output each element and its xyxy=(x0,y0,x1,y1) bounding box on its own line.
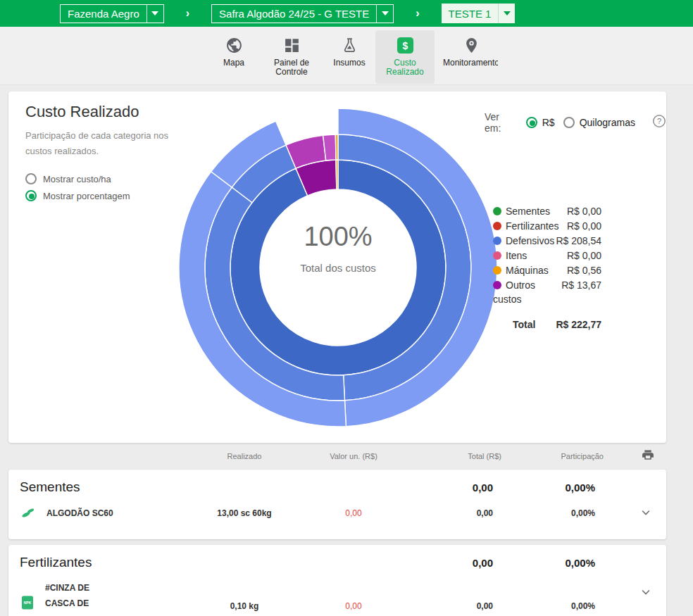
breadcrumb-separator-icon: › xyxy=(416,7,419,20)
legend-item: SementesR$ 0,00 xyxy=(493,204,601,218)
section-header: Fertilizantes0,000,00% xyxy=(20,545,655,570)
section-total: 0,00 xyxy=(403,557,501,569)
col-header-participacao: Participação xyxy=(501,452,604,460)
seed-icon xyxy=(20,505,37,522)
plot-selector[interactable]: TESTE 1 xyxy=(442,4,516,23)
svg-text:$: $ xyxy=(402,40,408,51)
legend-item: DefensivosR$ 208,54 xyxy=(493,234,601,248)
tab-monitoramento[interactable]: Monitoramento xyxy=(435,30,498,84)
legend-total-row: Total R$ 222,77 xyxy=(493,318,601,332)
legend-item-label: Defensivos xyxy=(493,234,554,248)
expand-row-button[interactable] xyxy=(604,508,655,520)
legend-item: Outros custosR$ 13,67 xyxy=(493,278,601,306)
radio-label: Mostrar custo/ha xyxy=(43,174,111,184)
print-button[interactable] xyxy=(604,448,655,463)
radio-quilogramas[interactable]: Quilogramas xyxy=(563,117,635,128)
radio-icon-selected[interactable] xyxy=(526,117,537,128)
radio-reais[interactable]: R$ xyxy=(526,117,555,128)
col-header-total: Total (R$) xyxy=(403,452,501,460)
section-total: 0,00 xyxy=(403,482,501,494)
chart-legend: SementesR$ 0,00FertilizantesR$ 0,00Defen… xyxy=(493,204,601,332)
fertilizer-icon: NPK xyxy=(20,594,35,611)
legend-item-label: Sementes xyxy=(493,204,550,218)
product-valor-un: 0,00 xyxy=(304,601,403,611)
tab-custo-realizado[interactable]: $ Custo Realizado xyxy=(375,30,435,84)
legend-item-label: Itens xyxy=(493,249,527,263)
radio-mostrar-custo-ha[interactable]: Mostrar custo/ha xyxy=(25,173,130,184)
radio-label: Mostrar porcentagem xyxy=(43,191,130,201)
svg-text:NPK: NPK xyxy=(24,601,32,605)
product-realizado: 13,00 sc 60kg xyxy=(185,508,304,518)
tab-label: Painel de Controle xyxy=(274,58,309,77)
product-participacao: 0,00% xyxy=(501,601,604,611)
tab-mapa[interactable]: Mapa xyxy=(208,30,260,84)
col-header-valor-un: Valor un. (R$) xyxy=(304,452,403,460)
map-pin-icon xyxy=(463,37,480,54)
table-header-row: Realizado Valor un. (R$) Total (R$) Part… xyxy=(8,448,666,463)
tabs: Mapa Painel de Controle Insumos $ Custo … xyxy=(208,30,498,84)
legend-item-value: R$ 0,00 xyxy=(567,219,601,233)
sunburst-segment[interactable] xyxy=(230,160,446,375)
tab-strip: Mapa Painel de Controle Insumos $ Custo … xyxy=(0,27,693,85)
help-icon[interactable]: ? xyxy=(652,114,666,131)
section-name: Sementes xyxy=(20,479,185,495)
legend-dot-icon xyxy=(493,237,501,245)
legend-item-label: Máquinas xyxy=(493,263,549,277)
legend-item-value: R$ 0,00 xyxy=(567,204,601,218)
display-mode-radios: Mostrar custo/ha Mostrar porcentagem xyxy=(25,173,130,207)
legend-dot-icon xyxy=(493,281,501,289)
radio-icon[interactable] xyxy=(563,117,575,128)
chevron-down-icon[interactable] xyxy=(498,4,515,23)
legend-dot-icon xyxy=(493,251,501,260)
tab-label: Mapa xyxy=(223,58,244,68)
season-selector-label: Safra Algodão 24/25 - G TESTE xyxy=(212,8,376,20)
sunburst-segment[interactable] xyxy=(336,160,338,189)
product-name: ALGODÃO SC60 xyxy=(46,505,113,521)
chevron-down-icon[interactable] xyxy=(146,5,163,23)
plot-selector-label: TESTE 1 xyxy=(442,8,499,20)
farm-selector-label: Fazenda Aegro xyxy=(61,8,146,20)
flask-icon xyxy=(341,37,358,54)
radio-icon[interactable] xyxy=(25,173,37,184)
sunburst-segment[interactable] xyxy=(323,134,336,161)
tab-painel-de-controle[interactable]: Painel de Controle xyxy=(260,30,323,84)
legend-dot-icon xyxy=(493,266,501,275)
legend-item-value: R$ 208,54 xyxy=(556,234,601,248)
dashboard-icon xyxy=(283,37,301,54)
section-participacao: 0,00% xyxy=(501,557,604,569)
breadcrumb-separator-icon: › xyxy=(186,7,189,20)
season-selector[interactable]: Safra Algodão 24/25 - G TESTE xyxy=(211,4,394,23)
legend-total-value: R$ 222,77 xyxy=(556,318,601,332)
product-total: 0,00 xyxy=(403,508,501,518)
expand-row-button[interactable] xyxy=(604,587,655,599)
product-row[interactable]: NPK#CINZA DECASCA DE0,10 kg0,000,000,00% xyxy=(20,580,655,611)
product-row[interactable]: ALGODÃO SC6013,00 sc 60kg0,000,000,00% xyxy=(20,505,655,522)
page-title: Custo Realizado xyxy=(25,103,139,121)
unit-toggle: Ver em: R$ Quilogramas ? xyxy=(485,111,666,134)
radio-label: Quilogramas xyxy=(580,117,635,128)
section-header: Sementes0,000,00% xyxy=(20,470,655,495)
svg-text:?: ? xyxy=(657,117,661,125)
sunburst-segment[interactable] xyxy=(335,134,338,160)
radio-label: R$ xyxy=(542,117,555,128)
tab-insumos[interactable]: Insumos xyxy=(323,30,375,84)
section-participacao: 0,00% xyxy=(501,482,604,494)
section-name: Fertilizantes xyxy=(20,555,185,570)
custo-realizado-panel: Custo Realizado Participação de cada cat… xyxy=(8,92,666,443)
product-participacao: 0,00% xyxy=(501,508,604,518)
chevron-down-icon[interactable] xyxy=(376,5,393,23)
sunburst-chart xyxy=(176,106,500,429)
farm-selector[interactable]: Fazenda Aegro xyxy=(60,4,164,23)
legend-item-label: Fertilizantes xyxy=(493,219,558,233)
section-card-sementes: Sementes0,000,00%ALGODÃO SC6013,00 sc 60… xyxy=(8,470,666,539)
chevron-down-icon xyxy=(641,508,651,517)
legend-dot-icon xyxy=(493,207,501,215)
top-bar: Fazenda Aegro › Safra Algodão 24/25 - G … xyxy=(0,0,693,27)
globe-icon xyxy=(225,37,243,54)
legend-item: FertilizantesR$ 0,00 xyxy=(493,219,601,233)
legend-item-label: Outros custos xyxy=(493,278,561,306)
radio-icon-selected[interactable] xyxy=(25,190,37,201)
radio-mostrar-porcentagem[interactable]: Mostrar porcentagem xyxy=(25,190,130,201)
legend-item: ItensR$ 0,00 xyxy=(493,249,601,263)
tab-label: Custo Realizado xyxy=(386,58,423,77)
